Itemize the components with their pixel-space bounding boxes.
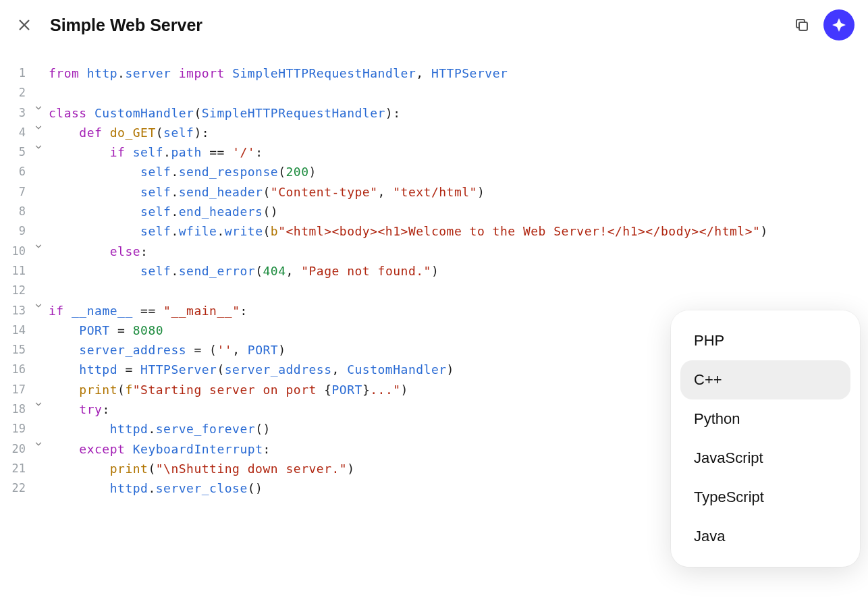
line-number: 14	[0, 321, 28, 340]
chevron-down-icon	[34, 103, 43, 113]
line-number: 22	[0, 478, 28, 498]
header: Simple Web Server	[0, 0, 868, 50]
chevron-down-icon	[34, 399, 43, 409]
line-number: 17	[0, 380, 28, 399]
line-number: 18	[0, 399, 28, 419]
code-content: self.end_headers()	[49, 202, 868, 221]
line-number: 13	[0, 301, 28, 321]
svg-rect-2	[799, 22, 807, 30]
code-line[interactable]: 3class CustomHandler(SimpleHTTPRequestHa…	[0, 103, 868, 123]
chevron-down-icon	[34, 242, 43, 251]
code-content: from http.server import SimpleHTTPReques…	[49, 63, 868, 83]
fold-toggle[interactable]	[28, 242, 49, 251]
code-content: self.send_header("Content-type", "text/h…	[49, 182, 868, 202]
line-number: 2	[0, 83, 28, 103]
chevron-down-icon	[34, 142, 43, 152]
line-number: 5	[0, 142, 28, 162]
fold-toggle[interactable]	[28, 439, 49, 449]
language-menu-item[interactable]: TypeScript	[680, 478, 850, 517]
fold-toggle[interactable]	[28, 123, 49, 132]
code-line[interactable]: 10 else:	[0, 242, 868, 261]
language-menu-item[interactable]: Java	[680, 517, 850, 556]
code-line[interactable]: 12	[0, 281, 868, 300]
code-line[interactable]: 1from http.server import SimpleHTTPReque…	[0, 63, 868, 83]
language-menu-item[interactable]: Python	[680, 399, 850, 439]
code-content: self.send_response(200)	[49, 162, 868, 182]
language-menu-item[interactable]: JavaScript	[680, 439, 850, 478]
code-line[interactable]: 5 if self.path == '/':	[0, 142, 868, 162]
line-number: 20	[0, 439, 28, 459]
fold-toggle[interactable]	[28, 103, 49, 113]
close-button[interactable]	[15, 16, 34, 34]
code-content: class CustomHandler(SimpleHTTPRequestHan…	[49, 103, 868, 123]
line-number: 1	[0, 63, 28, 83]
code-content: def do_GET(self):	[49, 123, 868, 142]
language-menu-item[interactable]: C++	[680, 360, 850, 399]
chevron-down-icon	[34, 439, 43, 449]
fold-toggle[interactable]	[28, 399, 49, 409]
language-menu-item[interactable]: PHP	[680, 321, 850, 360]
line-number: 4	[0, 123, 28, 142]
line-number: 6	[0, 162, 28, 182]
line-number: 10	[0, 242, 28, 261]
close-icon	[17, 18, 32, 32]
fold-toggle[interactable]	[28, 301, 49, 310]
line-number: 21	[0, 459, 28, 478]
line-number: 8	[0, 202, 28, 221]
code-content: self.wfile.write(b"<html><body><h1>Welco…	[49, 221, 868, 241]
line-number: 15	[0, 340, 28, 360]
page-title: Simple Web Server	[50, 16, 776, 35]
code-line[interactable]: 7 self.send_header("Content-type", "text…	[0, 182, 868, 202]
chevron-down-icon	[34, 123, 43, 132]
code-line[interactable]: 2	[0, 83, 868, 103]
code-content: else:	[49, 242, 868, 261]
language-menu: PHPC++PythonJavaScriptTypeScriptJava	[671, 310, 860, 567]
code-content: self.send_error(404, "Page not found.")	[49, 261, 868, 281]
line-number: 9	[0, 221, 28, 241]
code-line[interactable]: 9 self.wfile.write(b"<html><body><h1>Wel…	[0, 221, 868, 241]
chevron-down-icon	[34, 301, 43, 310]
code-line[interactable]: 11 self.send_error(404, "Page not found.…	[0, 261, 868, 281]
line-number: 3	[0, 103, 28, 123]
ai-assist-button[interactable]	[823, 9, 855, 40]
copy-button[interactable]	[792, 16, 811, 34]
line-number: 11	[0, 261, 28, 281]
line-number: 7	[0, 182, 28, 202]
line-number: 19	[0, 419, 28, 439]
header-actions	[792, 9, 855, 40]
diamond-sparkle-icon	[831, 17, 847, 33]
code-content: if self.path == '/':	[49, 142, 868, 162]
code-line[interactable]: 8 self.end_headers()	[0, 202, 868, 221]
line-number: 16	[0, 360, 28, 379]
line-number: 12	[0, 281, 28, 300]
code-line[interactable]: 4 def do_GET(self):	[0, 123, 868, 142]
fold-toggle[interactable]	[28, 142, 49, 152]
copy-icon	[794, 17, 810, 33]
code-line[interactable]: 6 self.send_response(200)	[0, 162, 868, 182]
